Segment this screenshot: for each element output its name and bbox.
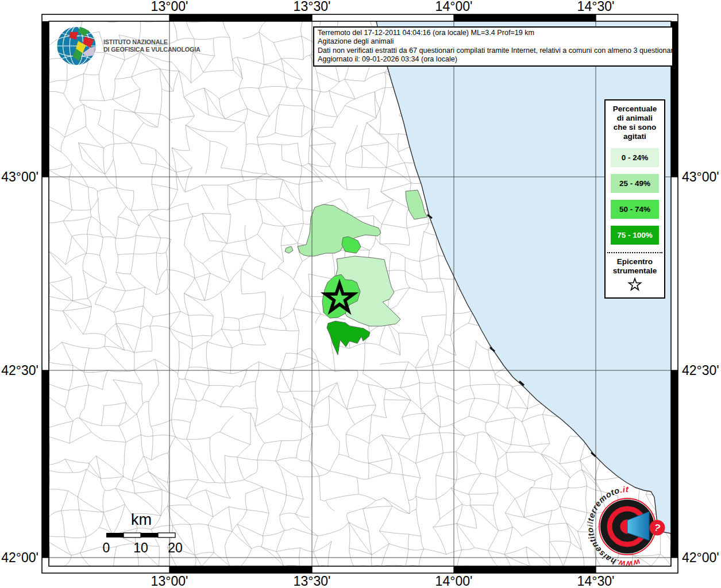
legend-title: Percentuale di animali che si sono agita…	[606, 105, 664, 141]
map-page: 13°00' 13°30' 14°00' 14°30' 13°00' 13°30…	[0, 0, 721, 588]
haisentito-target-icon: ? www.haisentitoilterremoto.it	[587, 484, 673, 571]
legend-epicenter-label: Epicentro strumentale	[606, 257, 664, 276]
axis-bottom-3: 14°00'	[435, 574, 473, 588]
axis-top-1: 13°00'	[151, 0, 188, 14]
axis-top-3: 14°00'	[435, 0, 473, 14]
axis-left-2: 42°30'	[1, 363, 38, 378]
axis-bottom-1: 13°00'	[151, 574, 188, 588]
info-line-subject: Agitazione degli animali	[318, 37, 669, 46]
info-line-updated: Aggiornato il: 09-01-2026 03:34 (ora loc…	[318, 55, 669, 64]
scale-tick-10: 10	[133, 540, 148, 555]
legend-divider	[607, 252, 662, 253]
legend-swatch-75-100: 75 - 100%	[611, 226, 659, 245]
axis-left-3: 42°00'	[1, 550, 38, 565]
ingv-wordmark: ISTITUTO NAZIONALE DI GEOFISICA E VULCAN…	[103, 38, 201, 54]
axis-bottom-2: 13°30'	[294, 574, 331, 588]
scale-bar-unit: km	[131, 511, 152, 528]
axis-right-3: 42°00'	[682, 550, 719, 565]
legend-swatch-25-49: 25 - 49%	[611, 174, 659, 193]
legend: Percentuale di animali che si sono agita…	[604, 99, 665, 299]
axis-top-4: 14°30'	[577, 0, 615, 14]
haisentito-logo: ? www.haisentitoilterremoto.it	[587, 484, 673, 574]
earthquake-info-box: Terremoto del 17-12-2011 04:04:16 (ora l…	[313, 26, 673, 67]
legend-swatch-50-74: 50 - 74%	[611, 200, 659, 219]
info-line-event: Terremoto del 17-12-2011 04:04:16 (ora l…	[318, 29, 669, 37]
axis-top-2: 13°30'	[294, 0, 331, 14]
scale-tick-20: 20	[168, 540, 183, 555]
legend-swatch-0-24: 0 - 24%	[611, 148, 659, 167]
axis-left-1: 43°00'	[1, 169, 38, 184]
scale-tick-0: 0	[103, 540, 110, 555]
legend-star-icon	[606, 277, 664, 294]
axis-right-1: 43°00'	[682, 169, 719, 184]
info-line-source: Dati non verificati estratti da 67 quest…	[318, 47, 669, 55]
axis-bottom-4: 14°30'	[577, 574, 615, 588]
axis-right-2: 42°30'	[682, 363, 719, 378]
ingv-globe-icon	[55, 24, 98, 68]
ingv-logo: ISTITUTO NAZIONALE DI GEOFISICA E VULCAN…	[55, 24, 206, 68]
